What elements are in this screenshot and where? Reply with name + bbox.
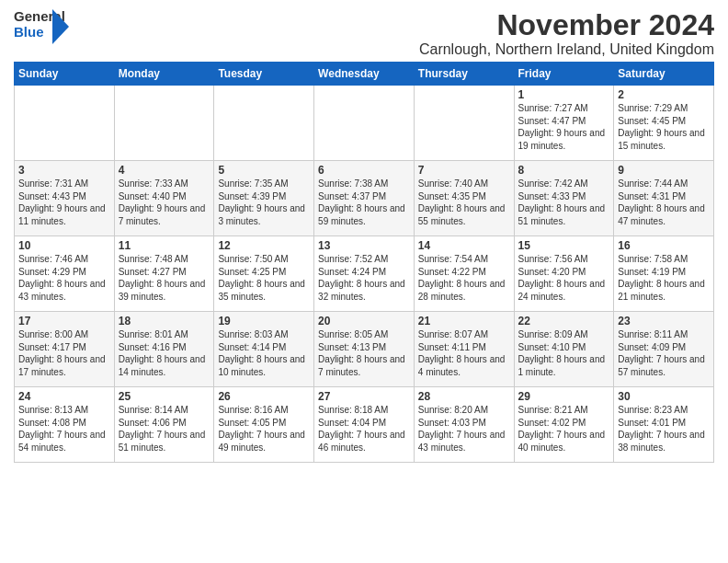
day-number: 27 xyxy=(318,390,410,403)
day-number: 30 xyxy=(618,390,710,403)
day-info: Sunrise: 7:52 AM Sunset: 4:24 PM Dayligh… xyxy=(318,253,410,303)
header: General Blue November 2024 Carnlough, No… xyxy=(14,9,714,58)
day-info: Sunrise: 7:42 AM Sunset: 4:33 PM Dayligh… xyxy=(518,178,610,227)
col-wednesday: Wednesday xyxy=(314,63,415,86)
svg-marker-0 xyxy=(52,9,69,44)
day-cell: 29Sunrise: 8:21 AM Sunset: 4:02 PM Dayli… xyxy=(514,387,614,463)
col-saturday: Saturday xyxy=(614,63,714,86)
day-number: 6 xyxy=(318,164,410,177)
col-monday: Monday xyxy=(114,63,214,86)
day-cell: 5Sunrise: 7:35 AM Sunset: 4:39 PM Daylig… xyxy=(214,161,314,236)
day-cell: 3Sunrise: 7:31 AM Sunset: 4:43 PM Daylig… xyxy=(15,161,115,236)
calendar-header: Sunday Monday Tuesday Wednesday Thursday… xyxy=(15,63,714,86)
day-number: 3 xyxy=(18,164,110,177)
day-info: Sunrise: 8:18 AM Sunset: 4:04 PM Dayligh… xyxy=(318,404,410,454)
day-number: 19 xyxy=(218,315,310,327)
day-cell: 21Sunrise: 8:07 AM Sunset: 4:11 PM Dayli… xyxy=(414,312,514,387)
day-number: 15 xyxy=(518,239,610,252)
day-cell xyxy=(214,86,314,161)
day-number: 11 xyxy=(119,239,210,252)
day-number: 14 xyxy=(418,239,510,252)
day-info: Sunrise: 8:00 AM Sunset: 4:17 PM Dayligh… xyxy=(18,328,110,378)
day-number: 22 xyxy=(518,315,610,327)
day-number: 1 xyxy=(518,88,610,101)
day-cell: 4Sunrise: 7:33 AM Sunset: 4:40 PM Daylig… xyxy=(114,161,214,236)
day-info: Sunrise: 8:05 AM Sunset: 4:13 PM Dayligh… xyxy=(318,328,410,378)
day-info: Sunrise: 8:23 AM Sunset: 4:01 PM Dayligh… xyxy=(618,404,710,454)
day-info: Sunrise: 8:13 AM Sunset: 4:08 PM Dayligh… xyxy=(18,404,110,454)
day-cell: 16Sunrise: 7:58 AM Sunset: 4:19 PM Dayli… xyxy=(614,236,714,312)
day-info: Sunrise: 7:29 AM Sunset: 4:45 PM Dayligh… xyxy=(618,102,710,152)
day-number: 25 xyxy=(119,390,210,403)
day-cell: 19Sunrise: 8:03 AM Sunset: 4:14 PM Dayli… xyxy=(214,312,314,387)
calendar-body: 1Sunrise: 7:27 AM Sunset: 4:47 PM Daylig… xyxy=(15,86,714,463)
logo: General Blue xyxy=(14,9,60,46)
day-number: 13 xyxy=(318,239,410,252)
day-number: 29 xyxy=(518,390,610,403)
day-info: Sunrise: 8:01 AM Sunset: 4:16 PM Dayligh… xyxy=(119,328,210,378)
day-number: 12 xyxy=(218,239,310,252)
day-cell: 11Sunrise: 7:48 AM Sunset: 4:27 PM Dayli… xyxy=(114,236,214,312)
day-cell: 15Sunrise: 7:56 AM Sunset: 4:20 PM Dayli… xyxy=(514,236,614,312)
week-row-0: 1Sunrise: 7:27 AM Sunset: 4:47 PM Daylig… xyxy=(15,86,714,161)
day-cell xyxy=(15,86,115,161)
week-row-4: 24Sunrise: 8:13 AM Sunset: 4:08 PM Dayli… xyxy=(15,387,714,463)
day-info: Sunrise: 7:50 AM Sunset: 4:25 PM Dayligh… xyxy=(218,253,310,303)
day-cell: 7Sunrise: 7:40 AM Sunset: 4:35 PM Daylig… xyxy=(414,161,514,236)
day-cell: 28Sunrise: 8:20 AM Sunset: 4:03 PM Dayli… xyxy=(414,387,514,463)
header-row: Sunday Monday Tuesday Wednesday Thursday… xyxy=(15,63,714,86)
day-info: Sunrise: 7:35 AM Sunset: 4:39 PM Dayligh… xyxy=(218,178,310,227)
main-container: General Blue November 2024 Carnlough, No… xyxy=(0,0,728,467)
day-cell: 1Sunrise: 7:27 AM Sunset: 4:47 PM Daylig… xyxy=(514,86,614,161)
day-info: Sunrise: 8:09 AM Sunset: 4:10 PM Dayligh… xyxy=(518,328,610,378)
day-info: Sunrise: 7:58 AM Sunset: 4:19 PM Dayligh… xyxy=(618,253,710,303)
day-cell: 23Sunrise: 8:11 AM Sunset: 4:09 PM Dayli… xyxy=(614,312,714,387)
title-area: November 2024 Carnlough, Northern Irelan… xyxy=(419,9,714,58)
day-cell: 6Sunrise: 7:38 AM Sunset: 4:37 PM Daylig… xyxy=(314,161,415,236)
day-number: 23 xyxy=(618,315,710,327)
day-cell xyxy=(414,86,514,161)
day-info: Sunrise: 7:40 AM Sunset: 4:35 PM Dayligh… xyxy=(418,178,510,227)
day-info: Sunrise: 7:44 AM Sunset: 4:31 PM Dayligh… xyxy=(618,178,710,227)
day-number: 10 xyxy=(18,239,110,252)
col-sunday: Sunday xyxy=(15,63,115,86)
day-number: 4 xyxy=(119,164,210,177)
col-tuesday: Tuesday xyxy=(214,63,314,86)
day-cell: 18Sunrise: 8:01 AM Sunset: 4:16 PM Dayli… xyxy=(114,312,214,387)
day-cell: 20Sunrise: 8:05 AM Sunset: 4:13 PM Dayli… xyxy=(314,312,415,387)
col-thursday: Thursday xyxy=(414,63,514,86)
day-number: 7 xyxy=(418,164,510,177)
day-cell: 12Sunrise: 7:50 AM Sunset: 4:25 PM Dayli… xyxy=(214,236,314,312)
day-number: 2 xyxy=(618,88,710,101)
day-info: Sunrise: 8:07 AM Sunset: 4:11 PM Dayligh… xyxy=(418,328,510,378)
day-cell: 26Sunrise: 8:16 AM Sunset: 4:05 PM Dayli… xyxy=(214,387,314,463)
day-cell: 24Sunrise: 8:13 AM Sunset: 4:08 PM Dayli… xyxy=(15,387,115,463)
day-info: Sunrise: 7:56 AM Sunset: 4:20 PM Dayligh… xyxy=(518,253,610,303)
day-number: 17 xyxy=(18,315,110,327)
day-info: Sunrise: 7:27 AM Sunset: 4:47 PM Dayligh… xyxy=(518,102,610,152)
day-cell: 22Sunrise: 8:09 AM Sunset: 4:10 PM Dayli… xyxy=(514,312,614,387)
day-cell: 13Sunrise: 7:52 AM Sunset: 4:24 PM Dayli… xyxy=(314,236,415,312)
day-number: 24 xyxy=(18,390,110,403)
day-cell: 25Sunrise: 8:14 AM Sunset: 4:06 PM Dayli… xyxy=(114,387,214,463)
week-row-3: 17Sunrise: 8:00 AM Sunset: 4:17 PM Dayli… xyxy=(15,312,714,387)
day-cell xyxy=(114,86,214,161)
day-info: Sunrise: 8:11 AM Sunset: 4:09 PM Dayligh… xyxy=(618,328,710,378)
day-info: Sunrise: 8:21 AM Sunset: 4:02 PM Dayligh… xyxy=(518,404,610,454)
day-cell: 10Sunrise: 7:46 AM Sunset: 4:29 PM Dayli… xyxy=(15,236,115,312)
day-number: 8 xyxy=(518,164,610,177)
day-cell xyxy=(314,86,415,161)
day-info: Sunrise: 7:54 AM Sunset: 4:22 PM Dayligh… xyxy=(418,253,510,303)
day-info: Sunrise: 7:38 AM Sunset: 4:37 PM Dayligh… xyxy=(318,178,410,227)
week-row-1: 3Sunrise: 7:31 AM Sunset: 4:43 PM Daylig… xyxy=(15,161,714,236)
day-number: 20 xyxy=(318,315,410,327)
week-row-2: 10Sunrise: 7:46 AM Sunset: 4:29 PM Dayli… xyxy=(15,236,714,312)
day-number: 21 xyxy=(418,315,510,327)
day-info: Sunrise: 7:33 AM Sunset: 4:40 PM Dayligh… xyxy=(119,178,210,227)
day-cell: 27Sunrise: 8:18 AM Sunset: 4:04 PM Dayli… xyxy=(314,387,415,463)
day-info: Sunrise: 7:48 AM Sunset: 4:27 PM Dayligh… xyxy=(119,253,210,303)
day-info: Sunrise: 8:20 AM Sunset: 4:03 PM Dayligh… xyxy=(418,404,510,454)
day-number: 9 xyxy=(618,164,710,177)
day-number: 5 xyxy=(218,164,310,177)
day-number: 18 xyxy=(119,315,210,327)
